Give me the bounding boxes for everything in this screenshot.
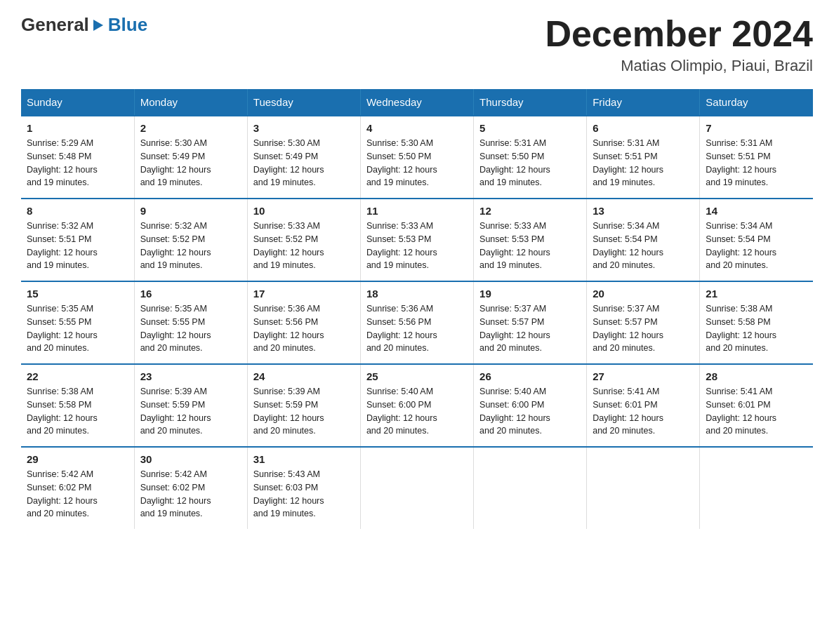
sunset-label: Sunset: 5:57 PM (479, 317, 544, 327)
daylight-minutes: and 19 minutes. (253, 177, 316, 187)
sunrise-label: Sunrise: 5:42 AM (140, 469, 207, 479)
day-number: 23 (140, 370, 241, 382)
sunrise-label: Sunrise: 5:41 AM (593, 387, 659, 396)
calendar-day-cell: 6 Sunrise: 5:31 AM Sunset: 5:51 PM Dayli… (587, 116, 700, 199)
day-number: 16 (140, 288, 241, 300)
month-title: December 2024 (545, 14, 813, 54)
daylight-minutes: and 20 minutes. (27, 509, 89, 518)
daylight-minutes: and 19 minutes. (140, 177, 203, 187)
sunset-label: Sunset: 5:51 PM (706, 152, 770, 161)
calendar-week-row: 15 Sunrise: 5:35 AM Sunset: 5:55 PM Dayl… (21, 281, 813, 364)
daylight-minutes: and 20 minutes. (140, 343, 203, 353)
daylight-minutes: and 19 minutes. (253, 260, 316, 270)
day-number: 5 (479, 122, 581, 134)
day-info: Sunrise: 5:39 AM Sunset: 5:59 PM Dayligh… (253, 385, 355, 438)
daylight-label: Daylight: 12 hours (140, 330, 211, 340)
sunset-label: Sunset: 5:54 PM (593, 234, 657, 244)
sunrise-label: Sunrise: 5:31 AM (593, 138, 659, 148)
calendar-day-cell: 1 Sunrise: 5:29 AM Sunset: 5:48 PM Dayli… (21, 116, 134, 199)
sunset-label: Sunset: 5:51 PM (27, 234, 91, 244)
sunrise-label: Sunrise: 5:38 AM (706, 304, 772, 314)
day-number: 17 (253, 288, 355, 300)
calendar-day-cell: 7 Sunrise: 5:31 AM Sunset: 5:51 PM Dayli… (700, 116, 813, 199)
sunset-label: Sunset: 5:50 PM (366, 152, 431, 161)
daylight-label: Daylight: 12 hours (366, 248, 437, 257)
daylight-label: Daylight: 12 hours (366, 165, 437, 175)
day-info: Sunrise: 5:33 AM Sunset: 5:53 PM Dayligh… (479, 220, 581, 272)
day-number: 29 (27, 453, 128, 465)
daylight-minutes: and 20 minutes. (706, 426, 768, 436)
daylight-minutes: and 19 minutes. (706, 177, 768, 187)
location-subtitle: Matias Olimpio, Piaui, Brazil (545, 57, 813, 75)
daylight-minutes: and 19 minutes. (140, 260, 203, 270)
daylight-label: Daylight: 12 hours (140, 248, 211, 257)
sunrise-label: Sunrise: 5:40 AM (479, 387, 546, 396)
daylight-minutes: and 19 minutes. (27, 260, 89, 270)
day-number: 24 (253, 370, 355, 382)
day-number: 21 (706, 288, 807, 300)
sunrise-label: Sunrise: 5:40 AM (366, 387, 433, 396)
sunrise-label: Sunrise: 5:43 AM (253, 469, 320, 479)
daylight-label: Daylight: 12 hours (27, 248, 98, 257)
day-info: Sunrise: 5:31 AM Sunset: 5:51 PM Dayligh… (706, 137, 807, 189)
sunset-label: Sunset: 5:50 PM (479, 152, 544, 161)
calendar-day-cell: 10 Sunrise: 5:33 AM Sunset: 5:52 PM Dayl… (247, 199, 360, 281)
sunset-label: Sunset: 5:48 PM (27, 152, 91, 161)
day-info: Sunrise: 5:38 AM Sunset: 5:58 PM Dayligh… (706, 302, 807, 355)
daylight-label: Daylight: 12 hours (253, 413, 324, 423)
day-info: Sunrise: 5:32 AM Sunset: 5:51 PM Dayligh… (27, 220, 128, 272)
daylight-label: Daylight: 12 hours (706, 165, 776, 175)
daylight-minutes: and 20 minutes. (253, 426, 316, 436)
daylight-minutes: and 19 minutes. (479, 177, 542, 187)
calendar-day-cell: 16 Sunrise: 5:35 AM Sunset: 5:55 PM Dayl… (134, 281, 247, 364)
day-info: Sunrise: 5:29 AM Sunset: 5:48 PM Dayligh… (27, 137, 128, 189)
sunset-label: Sunset: 5:55 PM (27, 317, 91, 327)
day-info: Sunrise: 5:31 AM Sunset: 5:50 PM Dayligh… (479, 137, 581, 189)
sunrise-label: Sunrise: 5:37 AM (479, 304, 546, 314)
daylight-label: Daylight: 12 hours (593, 248, 663, 257)
day-number: 28 (706, 370, 807, 382)
day-number: 3 (253, 122, 355, 134)
sunrise-label: Sunrise: 5:39 AM (140, 387, 207, 396)
calendar-day-cell: 2 Sunrise: 5:30 AM Sunset: 5:49 PM Dayli… (134, 116, 247, 199)
day-info: Sunrise: 5:40 AM Sunset: 6:00 PM Dayligh… (366, 385, 468, 438)
day-number: 14 (706, 205, 807, 217)
day-info: Sunrise: 5:34 AM Sunset: 5:54 PM Dayligh… (593, 220, 694, 272)
daylight-minutes: and 20 minutes. (27, 343, 89, 353)
day-number: 20 (593, 288, 694, 300)
day-info: Sunrise: 5:35 AM Sunset: 5:55 PM Dayligh… (140, 302, 241, 355)
daylight-minutes: and 19 minutes. (253, 509, 316, 518)
daylight-label: Daylight: 12 hours (27, 413, 98, 423)
calendar-day-cell: 12 Sunrise: 5:33 AM Sunset: 5:53 PM Dayl… (474, 199, 587, 281)
day-number: 26 (479, 370, 581, 382)
day-number: 18 (366, 288, 468, 300)
daylight-minutes: and 20 minutes. (366, 426, 429, 436)
day-number: 6 (593, 122, 694, 134)
day-info: Sunrise: 5:33 AM Sunset: 5:53 PM Dayligh… (366, 220, 468, 272)
day-info: Sunrise: 5:30 AM Sunset: 5:49 PM Dayligh… (253, 137, 355, 189)
sunrise-label: Sunrise: 5:37 AM (593, 304, 659, 314)
daylight-label: Daylight: 12 hours (706, 413, 776, 423)
sunset-label: Sunset: 5:53 PM (479, 234, 544, 244)
day-number: 8 (27, 205, 128, 217)
day-of-week-header: Monday (134, 89, 247, 116)
sunrise-label: Sunrise: 5:35 AM (27, 304, 93, 314)
daylight-minutes: and 19 minutes. (27, 177, 89, 187)
daylight-minutes: and 20 minutes. (140, 426, 203, 436)
sunset-label: Sunset: 5:56 PM (253, 317, 318, 327)
day-info: Sunrise: 5:42 AM Sunset: 6:02 PM Dayligh… (140, 468, 241, 521)
daylight-minutes: and 20 minutes. (479, 426, 542, 436)
calendar-day-cell: 28 Sunrise: 5:41 AM Sunset: 6:01 PM Dayl… (700, 364, 813, 447)
sunset-label: Sunset: 5:58 PM (706, 317, 770, 327)
logo-general-text: General (21, 14, 89, 36)
sunrise-label: Sunrise: 5:36 AM (366, 304, 433, 314)
day-number: 13 (593, 205, 694, 217)
title-area: December 2024 Matias Olimpio, Piaui, Bra… (545, 14, 813, 75)
day-number: 30 (140, 453, 241, 465)
day-number: 27 (593, 370, 694, 382)
day-number: 7 (706, 122, 807, 134)
daylight-label: Daylight: 12 hours (253, 248, 324, 257)
day-of-week-header: Friday (587, 89, 700, 116)
calendar-day-cell: 17 Sunrise: 5:36 AM Sunset: 5:56 PM Dayl… (247, 281, 360, 364)
day-of-week-header: Thursday (474, 89, 587, 116)
